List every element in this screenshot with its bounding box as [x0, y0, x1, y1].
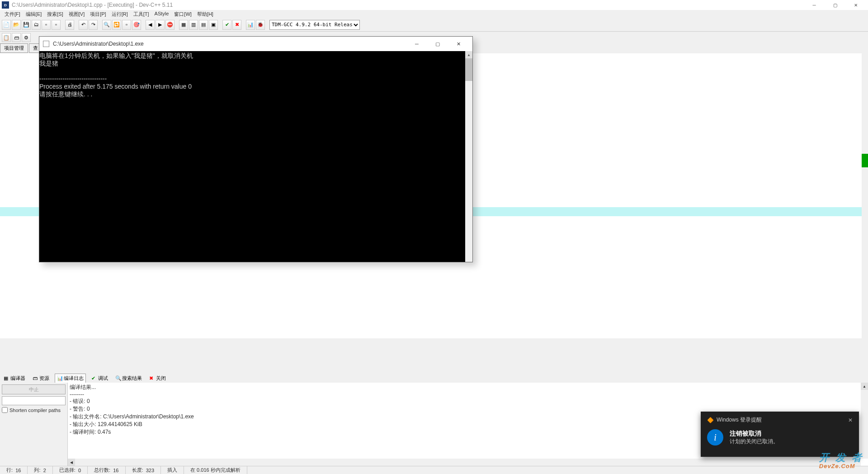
shorten-paths-checkbox[interactable]: Shorten compiler paths — [2, 407, 66, 413]
print-button[interactable]: 🖨 — [65, 20, 74, 30]
console-output[interactable]: 电脑将在1分钟后关机，如果输入"我是猪"，就取消关机 我是猪 ---------… — [39, 51, 465, 262]
log-path-input[interactable] — [2, 396, 66, 405]
debug-icon: ✔ — [91, 375, 97, 381]
tab-search-results[interactable]: 🔍搜索结果 — [113, 374, 144, 383]
find-button[interactable]: 🔍 — [102, 20, 111, 30]
layout-icon: ▥ — [191, 22, 196, 27]
layout-icon: ▦ — [181, 22, 186, 27]
tab-close[interactable]: ✖关闭 — [147, 374, 168, 383]
secondary-button-3[interactable]: ⚙ — [22, 33, 31, 42]
open-file-button[interactable]: 📂 — [12, 20, 21, 30]
sidebar-tab-project[interactable]: 项目管理 — [0, 43, 28, 53]
menu-project[interactable]: 项目[P] — [87, 10, 108, 18]
layout-4-button[interactable]: ▣ — [209, 20, 218, 30]
undo-button[interactable]: ↶ — [79, 20, 88, 30]
menu-window[interactable]: 窗口[W] — [171, 10, 194, 18]
nav-back-button[interactable]: ◀ — [146, 20, 155, 30]
close-button[interactable]: ✕ — [845, 0, 866, 10]
log-icon: 📊 — [57, 375, 62, 381]
layout-3-button[interactable]: ▤ — [199, 20, 208, 30]
generic-icon: ▫ — [55, 22, 57, 27]
side-tabs: 项目管理 查 — [0, 43, 43, 53]
toast-source: Windows 登录提醒 — [717, 416, 762, 424]
menu-help[interactable]: 帮助[H] — [194, 10, 216, 18]
new-icon: 📄 — [3, 22, 9, 27]
maximize-button[interactable]: ▢ — [825, 0, 845, 10]
log-line: - 输出文件名: C:\Users\Administrator\Desktop\… — [70, 413, 194, 420]
menu-file[interactable]: 文件[F] — [2, 10, 23, 18]
save-icon: 💾 — [23, 22, 29, 27]
secondary-button-1[interactable]: 📋 — [2, 33, 11, 42]
notification-toast[interactable]: 🔶 Windows 登录提醒 ✕ i 注销被取消 计划的关闭已取消。 — [701, 412, 859, 457]
replace-button[interactable]: 🔁 — [112, 20, 121, 30]
toolbar-button-5[interactable]: ▫ — [42, 20, 51, 30]
layout-2-button[interactable]: ▥ — [189, 20, 198, 30]
save-button[interactable]: 💾 — [22, 20, 31, 30]
layout-icon: ▣ — [211, 22, 216, 27]
generic-icon: ▫ — [45, 22, 47, 27]
toast-close-button[interactable]: ✕ — [848, 417, 853, 423]
tab-compile-log[interactable]: 📊编译日志 — [55, 374, 86, 383]
log-scrollbar-horizontal[interactable]: ◀ — [68, 459, 861, 466]
console-maximize-button[interactable]: ▢ — [427, 37, 448, 51]
minimize-button[interactable]: ─ — [804, 0, 825, 10]
console-close-button[interactable]: ✕ — [448, 37, 469, 51]
toolbar-button-6[interactable]: ▫ — [52, 20, 61, 30]
compile-ok-button[interactable]: ✔ — [222, 20, 231, 30]
x-icon: ✖ — [235, 22, 239, 27]
find-icon: 🔍 — [104, 22, 110, 27]
stop-icon: ⛔ — [167, 22, 173, 27]
back-icon: ◀ — [148, 22, 152, 27]
status-selected: 已选择: 0 — [53, 466, 88, 474]
profile-button[interactable]: 📊 — [246, 20, 255, 30]
tab-resources[interactable]: 🗃资源 — [31, 374, 51, 383]
saveall-icon: 🗂 — [34, 22, 39, 27]
saveall-button[interactable]: 🗂 — [32, 20, 41, 30]
compile-err-button[interactable]: ✖ — [232, 20, 241, 30]
log-scrollbar-vertical[interactable]: ▲ — [861, 383, 868, 459]
toast-title: 注销被取消 — [730, 430, 778, 438]
redo-button[interactable]: ↷ — [89, 20, 98, 30]
editor-scroll-indicator[interactable] — [862, 154, 868, 167]
bottom-tabs: ▦编译器 🗃资源 📊编译日志 ✔调试 🔍搜索结果 ✖关闭 — [0, 374, 868, 383]
bug-icon: 🐞 — [257, 22, 264, 27]
abort-button[interactable]: 中止 — [2, 384, 66, 394]
tool-icon: 🗃 — [14, 35, 19, 40]
menu-tools[interactable]: 工具[T] — [131, 10, 152, 18]
compiler-select[interactable]: TDM-GCC 4.9.2 64-bit Release — [269, 20, 360, 30]
undo-icon: ↶ — [81, 22, 85, 27]
toolbar-button-12[interactable]: ▫ — [122, 20, 131, 30]
console-title-text: C:\Users\Administrator\Desktop\1.exe — [53, 41, 144, 47]
console-minimize-button[interactable]: ─ — [406, 37, 427, 51]
console-line: -------------------------------- — [39, 75, 107, 82]
scroll-up-icon[interactable]: ▲ — [861, 383, 868, 390]
layout-1-button[interactable]: ▦ — [179, 20, 188, 30]
status-insert: 插入 — [161, 466, 184, 474]
toast-header: 🔶 Windows 登录提醒 ✕ — [707, 416, 853, 424]
info-icon: i — [707, 429, 723, 446]
debug-button[interactable]: 🐞 — [256, 20, 265, 30]
tool-icon: ⚙ — [24, 35, 28, 40]
log-controls: 中止 Shorten compiler paths — [0, 383, 68, 466]
stop-button[interactable]: ⛔ — [165, 20, 175, 30]
tab-debug[interactable]: ✔调试 — [90, 374, 110, 383]
menu-run[interactable]: 运行[R] — [109, 10, 131, 18]
menu-edit[interactable]: 编辑[E] — [23, 10, 44, 18]
shorten-paths-input[interactable] — [2, 407, 8, 413]
console-titlebar[interactable]: C:\Users\Administrator\Desktop\1.exe ─ ▢… — [39, 37, 472, 51]
tab-compiler[interactable]: ▦编译器 — [2, 374, 27, 383]
menu-search[interactable]: 搜索[S] — [44, 10, 66, 18]
scroll-up-icon[interactable]: ▲ — [465, 51, 472, 58]
new-file-button[interactable]: 📄 — [2, 20, 11, 30]
scroll-thumb[interactable] — [465, 58, 472, 81]
menu-astyle[interactable]: AStyle — [152, 10, 172, 18]
secondary-button-2[interactable]: 🗃 — [12, 33, 21, 42]
goto-button[interactable]: 🎯 — [132, 20, 141, 30]
open-icon: 📂 — [13, 22, 19, 27]
console-scrollbar[interactable]: ▲ — [465, 51, 472, 262]
nav-forward-button[interactable]: ▶ — [156, 20, 165, 30]
log-line: - 编译时间: 0.47s — [70, 429, 111, 435]
console-window: C:\Users\Administrator\Desktop\1.exe ─ ▢… — [39, 36, 473, 262]
scroll-left-icon[interactable]: ◀ — [68, 459, 75, 466]
menu-view[interactable]: 视图[V] — [66, 10, 87, 18]
